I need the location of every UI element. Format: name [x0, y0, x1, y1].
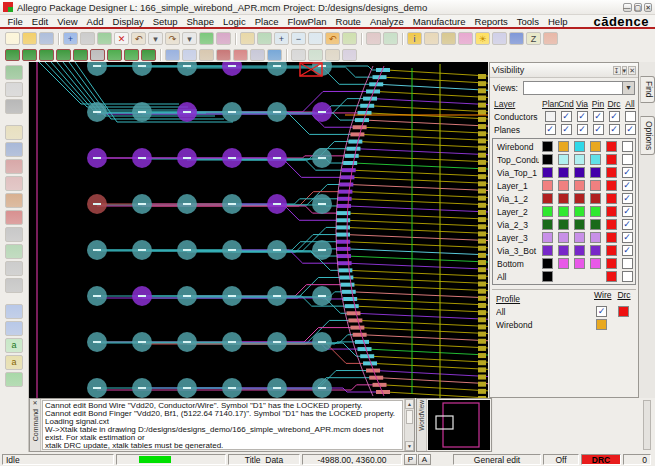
application-mode-button[interactable]: A [418, 454, 431, 465]
layer-color-swatch[interactable] [606, 232, 617, 243]
layer-color-swatch[interactable] [558, 219, 569, 230]
zoom-world-icon[interactable] [308, 32, 323, 45]
layer-color-swatch[interactable] [606, 141, 617, 152]
layer-all-checkbox[interactable] [622, 154, 633, 165]
menu-logic[interactable]: Logic [218, 16, 250, 27]
layer-color-swatch[interactable] [590, 206, 601, 217]
add-via-icon[interactable] [22, 49, 37, 61]
layer-all-checkbox[interactable]: ✓ [622, 206, 633, 217]
menu-manufacture[interactable]: Manufacture [408, 16, 470, 27]
pin-icon[interactable]: ↧ [613, 66, 621, 75]
void-shape-icon[interactable] [90, 49, 105, 61]
layer-color-swatch[interactable] [574, 258, 585, 269]
grid-toggle-icon[interactable] [165, 49, 180, 61]
menu-setup[interactable]: Setup [148, 16, 182, 27]
restore-button[interactable]: ▢ [634, 3, 643, 12]
class-checkbox[interactable]: ✓ [593, 124, 604, 135]
wirebond-edit-icon[interactable] [308, 49, 323, 61]
menu-route[interactable]: Route [331, 16, 365, 27]
layer-all-checkbox[interactable]: ✓ [622, 245, 633, 256]
zoom-by-points-icon[interactable] [257, 32, 272, 45]
custom-grid-icon[interactable] [5, 210, 23, 225]
add-shape-icon[interactable] [56, 49, 71, 61]
class-checkbox[interactable]: ✓ [561, 124, 572, 135]
layer-color-swatch[interactable] [606, 154, 617, 165]
menu-shape[interactable]: Shape [182, 16, 218, 27]
class-checkbox[interactable]: ✓ [577, 124, 588, 135]
add-text-icon[interactable]: a [5, 338, 23, 353]
open-drawing-icon[interactable] [22, 32, 37, 45]
zoom-previous-icon[interactable]: ↶ [325, 32, 340, 45]
layer-color-swatch[interactable] [606, 271, 617, 282]
delete-frame-icon[interactable] [5, 261, 23, 276]
layer-color-swatch[interactable] [542, 206, 553, 217]
layer-all-checkbox[interactable] [622, 271, 633, 282]
profile-wire-cell[interactable] [596, 319, 607, 330]
tab-find[interactable]: Find [640, 76, 655, 103]
save-drawing-icon[interactable] [39, 32, 54, 45]
layer-color-swatch[interactable] [590, 167, 601, 178]
menu-view[interactable]: View [53, 16, 82, 27]
undo-icon[interactable]: ↶ [131, 32, 146, 45]
layer-all-checkbox[interactable]: ✓ [622, 167, 633, 178]
profile-wire-cell[interactable]: ✓ [596, 306, 607, 317]
menu-analyze[interactable]: Analyze [365, 16, 408, 27]
ratsnest-icon[interactable] [216, 49, 231, 61]
layer-color-swatch[interactable] [590, 180, 601, 191]
edit-shape-icon[interactable] [73, 49, 88, 61]
console-text-area[interactable]: Cannot edit Bond Wire "Vdd20, Conductor/… [42, 400, 403, 450]
move-icon[interactable]: + [63, 32, 78, 45]
shape-select-icon[interactable] [107, 49, 122, 61]
slide-icon[interactable] [39, 49, 54, 61]
undo-menu-icon[interactable]: ▾ [148, 32, 163, 45]
layer-color-swatch[interactable] [558, 154, 569, 165]
views-dropdown[interactable]: ▼ [523, 81, 635, 95]
spotlight-icon[interactable]: ☀ [475, 32, 490, 45]
layer-color-swatch[interactable] [590, 193, 601, 204]
menu-icon[interactable]: ▾ [622, 66, 628, 75]
zoom-fit-icon[interactable] [240, 32, 255, 45]
close-icon[interactable]: ✕ [32, 399, 37, 407]
layer-color-swatch[interactable] [542, 193, 553, 204]
route-connect-icon[interactable] [5, 125, 23, 140]
layer-color-swatch[interactable] [558, 193, 569, 204]
layer-all-checkbox[interactable] [622, 258, 633, 269]
draw-line-icon[interactable] [5, 304, 23, 319]
menu-file[interactable]: File [3, 16, 27, 27]
copy-group-icon[interactable] [5, 278, 23, 293]
shape-check-icon[interactable] [366, 32, 381, 45]
symbol-edit-icon[interactable] [543, 32, 558, 45]
drc-status-badge[interactable]: DRC [581, 454, 621, 465]
layer-color-swatch[interactable] [558, 245, 569, 256]
scroll-down-icon[interactable]: ▼ [405, 441, 414, 451]
delete-icon[interactable]: ✕ [114, 32, 129, 45]
layer-color-swatch[interactable] [590, 245, 601, 256]
layer-color-swatch[interactable] [558, 232, 569, 243]
highlight-net-icon[interactable] [199, 49, 214, 61]
status-check-icon[interactable] [383, 32, 398, 45]
snapshot-icon[interactable] [5, 65, 23, 80]
layer-color-swatch[interactable] [542, 232, 553, 243]
wirebond-delete-icon[interactable] [342, 49, 357, 61]
profile-wire-checkbox[interactable]: ✓ [596, 306, 607, 317]
pan-view-icon[interactable] [5, 82, 23, 97]
layer-color-swatch[interactable] [606, 206, 617, 217]
chevron-down-icon[interactable]: ▼ [622, 82, 634, 94]
color-brush-icon[interactable] [458, 32, 473, 45]
layer-color-swatch[interactable] [574, 141, 585, 152]
design-canvas[interactable] [29, 62, 488, 398]
scroll-up-icon[interactable]: ▲ [405, 399, 414, 409]
layer-all-checkbox[interactable] [622, 141, 633, 152]
wait-state-icon[interactable]: Z [526, 32, 541, 45]
class-checkbox[interactable] [545, 111, 556, 122]
layer-color-swatch[interactable] [606, 180, 617, 191]
class-checkbox[interactable] [625, 111, 636, 122]
layer-color-swatch[interactable] [574, 193, 585, 204]
layer-bars-icon[interactable] [509, 32, 524, 45]
properties-icon[interactable] [424, 32, 439, 45]
measure-icon[interactable] [441, 32, 456, 45]
menu-add[interactable]: Add [82, 16, 108, 27]
menu-flowplan[interactable]: FlowPlan [283, 16, 331, 27]
shape-merge-icon[interactable] [124, 49, 139, 61]
pin-icon[interactable] [216, 32, 231, 45]
